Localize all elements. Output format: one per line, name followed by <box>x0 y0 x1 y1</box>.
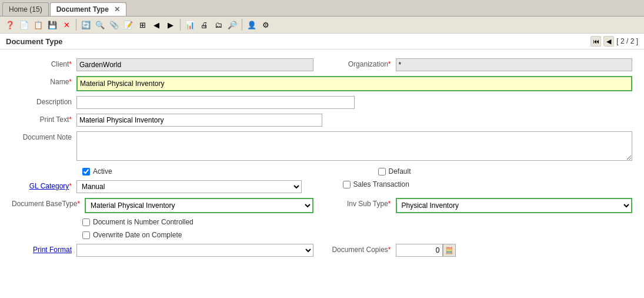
name-section: Name* <box>12 76 632 91</box>
print-format-field <box>76 244 313 257</box>
overwrite-date-row: Overwrite Date on Complete <box>12 231 632 239</box>
organization-field <box>396 58 633 71</box>
sales-transaction-row: Sales Transaction <box>343 180 409 188</box>
save-button[interactable]: 💾 <box>46 18 59 31</box>
grid-button[interactable]: ⊞ <box>136 18 149 31</box>
print-button[interactable]: 🖨 <box>198 18 211 31</box>
client-input[interactable] <box>76 58 313 71</box>
number-controlled-section: Document is Number Controlled <box>82 218 193 226</box>
number-controlled-checkbox[interactable] <box>82 218 90 226</box>
document-note-textarea[interactable] <box>76 131 632 161</box>
next-button[interactable]: ▶ <box>164 18 177 31</box>
print-format-copies-row: Print Format Document Copies* 🧮 <box>12 244 632 257</box>
doc-basetype-select[interactable]: Material Physical Inventory <box>86 199 312 212</box>
gl-category-section: GL Category* Manual <box>12 180 302 193</box>
organization-label: Organization* <box>331 58 396 68</box>
name-label: Name* <box>12 76 76 86</box>
inv-sub-type-select[interactable]: Physical Inventory <box>397 199 632 212</box>
inv-sub-type-section: Inv Sub Type* Physical Inventory <box>331 198 633 213</box>
history-button[interactable]: 🗂 <box>212 18 225 31</box>
print-format-label: Print Format <box>12 244 76 254</box>
document-note-field <box>76 131 632 163</box>
default-label: Default <box>389 167 411 176</box>
basetype-invsubtype-row: Document BaseType* Material Physical Inv… <box>12 198 632 213</box>
document-copies-section: Document Copies* 🧮 <box>331 244 633 257</box>
user-button[interactable]: 👤 <box>245 18 258 31</box>
sales-transaction-label: Sales Transaction <box>353 180 409 188</box>
inv-sub-type-wrapper: Physical Inventory <box>396 198 633 213</box>
overwrite-date-section: Overwrite Date on Complete <box>82 231 182 239</box>
number-controlled-row: Document is Number Controlled <box>12 218 632 226</box>
delete-button[interactable]: ✕ <box>60 18 73 31</box>
document-copies-label: Document Copies* <box>331 244 396 254</box>
client-org-row: Client* Organization* <box>12 58 632 71</box>
organization-input[interactable] <box>396 58 633 71</box>
tab-home[interactable]: Home (15) <box>2 2 49 16</box>
doc-basetype-section: Document BaseType* Material Physical Inv… <box>12 198 313 213</box>
print-text-input[interactable] <box>76 114 322 127</box>
print-text-section: Print Text* <box>12 114 322 127</box>
tab-doctype-label: Document Type <box>56 5 109 14</box>
gl-category-label: GL Category* <box>12 180 76 190</box>
prev-record-button[interactable]: ◀ <box>603 36 614 47</box>
document-copies-field: 🧮 <box>396 244 456 257</box>
help-button[interactable]: ❓ <box>4 18 16 31</box>
gl-category-select[interactable]: Manual <box>76 180 302 193</box>
active-section: Active <box>12 167 337 176</box>
tab-close-icon[interactable]: ✕ <box>114 5 120 14</box>
zoom-button[interactable]: 🔎 <box>226 18 239 31</box>
print-format-section: Print Format <box>12 244 313 257</box>
copy-button[interactable]: 📋 <box>32 18 45 31</box>
print-text-label: Print Text* <box>12 114 76 124</box>
active-label: Active <box>93 167 112 176</box>
default-checkbox-row: Default <box>378 167 411 176</box>
calculator-button[interactable]: 🧮 <box>443 244 456 257</box>
print-text-field <box>76 114 322 127</box>
default-section: Default <box>355 167 633 176</box>
form-container: Client* Organization* Name* <box>0 49 644 298</box>
gl-category-field: Manual <box>76 180 302 193</box>
description-input[interactable] <box>76 96 355 109</box>
attach-button[interactable]: 📎 <box>108 18 121 31</box>
gl-category-link[interactable]: GL Category <box>29 182 69 190</box>
name-input[interactable] <box>78 77 631 90</box>
separator-3 <box>242 19 242 31</box>
active-checkbox[interactable] <box>82 168 90 176</box>
default-checkbox[interactable] <box>378 168 386 176</box>
active-default-row: Active Default <box>12 167 632 176</box>
description-field <box>76 96 355 109</box>
separator-2 <box>180 19 181 31</box>
page-navigation: ⏮ ◀ [ 2 / 2 ] <box>590 36 638 47</box>
tab-doctype[interactable]: Document Type ✕ <box>50 2 126 16</box>
client-field <box>76 58 313 71</box>
gl-sales-row: GL Category* Manual Sales Transaction <box>12 180 632 193</box>
settings-button[interactable]: ⚙ <box>259 18 272 31</box>
doc-basetype-label: Document BaseType* <box>12 198 85 208</box>
page-header: Document Type ⏮ ◀ [ 2 / 2 ] <box>0 34 644 49</box>
find-button[interactable]: 🔍 <box>94 18 106 31</box>
overwrite-date-checkbox[interactable] <box>82 231 90 239</box>
tab-bar: Home (15) Document Type ✕ <box>0 0 644 16</box>
tab-home-label: Home (15) <box>9 5 42 14</box>
new-button[interactable]: 📄 <box>18 18 31 31</box>
document-copies-input[interactable] <box>396 244 443 257</box>
print-format-link[interactable]: Print Format <box>33 246 72 254</box>
sales-transaction-checkbox[interactable] <box>343 181 351 188</box>
name-field-wrapper <box>76 76 632 91</box>
page-title: Document Type <box>6 37 63 46</box>
print-format-select[interactable] <box>76 244 313 257</box>
name-row: Name* <box>12 76 632 91</box>
organization-section: Organization* <box>331 58 633 71</box>
refresh-button[interactable]: 🔄 <box>79 18 92 31</box>
inv-sub-type-label: Inv Sub Type* <box>331 198 396 208</box>
first-record-button[interactable]: ⏮ <box>590 36 601 47</box>
prev-button[interactable]: ◀ <box>150 18 163 31</box>
description-row: Description <box>12 96 632 109</box>
number-controlled-label: Document is Number Controlled <box>93 218 193 226</box>
note-button[interactable]: 📝 <box>122 18 135 31</box>
page-counter: [ 2 / 2 ] <box>616 37 638 45</box>
description-label: Description <box>12 96 76 106</box>
active-checkbox-row: Active <box>82 167 112 176</box>
client-label: Client* <box>12 58 76 68</box>
report-button[interactable]: 📊 <box>183 18 196 31</box>
